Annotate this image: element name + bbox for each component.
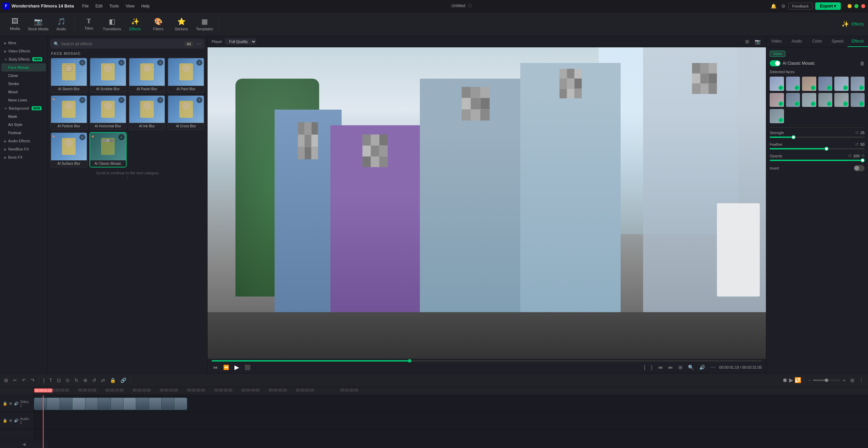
tl-lock-btn[interactable]: 🔒 [109, 377, 117, 384]
tab-effects[interactable]: Effects [848, 36, 868, 47]
panel-item-clone[interactable]: Clone [1, 71, 46, 80]
tool-stickers[interactable]: ⭐ Stickers [170, 14, 192, 34]
face-thumb-10[interactable]: ✓ [818, 93, 833, 107]
menu-view[interactable]: View [123, 3, 137, 9]
opacity-reset-btn[interactable]: ↺ [848, 154, 851, 158]
effect-ai-horizontal-blur[interactable]: AI Horizontal Blur + [89, 95, 127, 130]
section-boris-fx[interactable]: ▶ Boris FX [0, 153, 47, 161]
strength-slider-handle[interactable] [791, 135, 796, 139]
tl-menu-btn[interactable]: ⋮ [858, 377, 865, 384]
next-marker-btn[interactable]: ⏭ [667, 364, 674, 371]
menu-file[interactable]: File [79, 3, 91, 9]
face-thumb-3[interactable]: ✓ [802, 77, 816, 91]
track-lock-audio1[interactable]: 🔒 [3, 418, 7, 423]
tl-loop-btn[interactable]: 🔁 [795, 377, 801, 383]
tl-link-btn[interactable]: 🔗 [119, 377, 128, 384]
tl-fit-btn[interactable]: ⊞ [849, 377, 856, 384]
panel-item-stroke[interactable]: Stroke [1, 80, 46, 88]
tab-audio[interactable]: Audio [787, 36, 807, 47]
panel-item-face-mosaic[interactable]: Face Mosaic [1, 63, 46, 71]
feather-reset-btn[interactable]: ↺ [855, 142, 858, 147]
tab-color[interactable]: Color [807, 36, 828, 47]
effect-enable-toggle[interactable] [770, 60, 781, 66]
strength-slider[interactable] [770, 137, 865, 138]
menu-help[interactable]: Help [138, 3, 152, 9]
effect-ai-paint-blur[interactable]: AI Paint Blur + [167, 58, 204, 93]
panel-item-mask[interactable]: Mask [1, 112, 46, 121]
section-video-effects[interactable]: ▶ Video Effects [0, 47, 47, 55]
notifications-icon[interactable]: 🔔 [771, 3, 776, 9]
effect-ai-scribble-blur[interactable]: AI Scribble Blur + [89, 58, 127, 93]
tl-crop-btn[interactable]: ⊡ [55, 377, 62, 384]
tl-copy-btn[interactable]: ⊙ [64, 377, 71, 384]
minimize-button[interactable] [848, 4, 852, 8]
mark-in-btn[interactable]: { [642, 364, 647, 371]
tool-templates[interactable]: ▦ Templates [194, 14, 215, 34]
section-mine[interactable]: ▶ Mine [0, 39, 47, 47]
filter-all-btn[interactable]: All [184, 41, 194, 47]
face-thumb-9[interactable]: ✓ [802, 93, 816, 107]
section-body-effects[interactable]: ▼ Body Effects NEW [0, 55, 47, 63]
face-thumb-12[interactable]: ✓ [851, 93, 865, 107]
progress-bar[interactable] [212, 360, 762, 362]
panel-item-festival[interactable]: Festival [1, 129, 46, 137]
split-screen-btn[interactable]: ⊞ [677, 364, 684, 371]
filter-more-btn[interactable]: ⋯ [196, 41, 201, 47]
effect-ai-sketch-blur[interactable]: AI Sketch Blur + [50, 58, 87, 93]
tl-split-btn[interactable]: | [42, 377, 46, 384]
tl-add-track-btn[interactable]: ⊞ [3, 377, 10, 384]
tl-rotate-btn[interactable]: ↺ [91, 377, 98, 384]
volume-btn[interactable]: 🔊 [698, 364, 706, 371]
tl-text-btn[interactable]: T [48, 377, 54, 384]
stop-btn[interactable]: ⬛ [243, 364, 252, 371]
skip-back-btn[interactable]: ⏮ [212, 364, 219, 371]
tl-delete-btn[interactable]: ⊗ [82, 377, 89, 384]
face-thumb-1[interactable]: ✓ [770, 77, 784, 91]
tab-speed[interactable]: Speed [827, 36, 848, 47]
tl-undo-btn[interactable]: ↶ [20, 377, 27, 384]
tool-transitions[interactable]: ◧ Transitions [101, 14, 123, 34]
invert-toggle[interactable] [854, 165, 865, 171]
track-vol-audio1[interactable]: 🔊 [14, 418, 19, 423]
prev-marker-btn[interactable]: ⏮ [657, 364, 664, 371]
step-back-btn[interactable]: ⏪ [222, 364, 230, 371]
tool-media[interactable]: 🖼 Media [4, 14, 26, 34]
face-thumb-4[interactable]: ✓ [818, 77, 833, 91]
section-background[interactable]: ▼ Background NEW [0, 104, 47, 112]
panel-item-mood[interactable]: Mood [1, 88, 46, 96]
opacity-slider[interactable] [770, 160, 865, 161]
tl-play-timeline-btn[interactable]: ▶ [789, 377, 793, 383]
progress-handle[interactable] [408, 359, 411, 363]
tl-paste-btn[interactable]: ↻ [73, 377, 80, 384]
effect-ai-cross-blur[interactable]: AI Cross Blur + [167, 95, 204, 130]
video-clip-1[interactable] [34, 398, 187, 410]
delete-effect-btn[interactable]: 🗑 [860, 61, 865, 66]
effect-ai-particle-blur[interactable]: AI Particle Blur ♥ + [50, 95, 87, 130]
section-newblue-fx[interactable]: ▶ NewBlue FX [0, 145, 47, 153]
tl-flip-btn[interactable]: ⇄ [100, 377, 107, 384]
menu-tools[interactable]: Tools [107, 3, 121, 9]
face-thumb-8[interactable]: ✓ [786, 93, 800, 107]
maximize-button[interactable] [854, 4, 858, 8]
strength-reset-btn[interactable]: ↺ [855, 130, 858, 135]
tool-stock-media[interactable]: 📷 Stock Media [27, 14, 49, 34]
face-thumb-2[interactable]: ✓ [786, 77, 800, 91]
track-lock-video1[interactable]: 🔒 [3, 401, 7, 406]
track-eye-video1[interactable]: 👁 [9, 402, 13, 406]
face-thumb-5[interactable]: ✓ [834, 77, 849, 91]
zoom-btn[interactable]: 🔍 [687, 364, 695, 371]
tl-zoom-out-btn[interactable]: - [807, 377, 812, 384]
zoom-slider[interactable] [813, 380, 840, 381]
effect-ai-pastel-blur[interactable]: AI Pastel Blur + [129, 58, 166, 93]
face-thumb-7[interactable]: ✓ [770, 93, 784, 107]
feather-slider-handle[interactable] [824, 147, 829, 151]
fullscreen-preview-icon[interactable]: ⊞ [744, 38, 751, 45]
quality-select[interactable]: Full Quality 1/2 Quality 1/4 Quality [225, 38, 256, 45]
effect-ai-ink-blur[interactable]: AI Ink Blur + [129, 95, 166, 130]
tool-audio[interactable]: 🎵 Audio [50, 14, 72, 34]
tool-filters[interactable]: 🎨 Filters [147, 14, 169, 34]
section-audio-effects[interactable]: ▶ Audio Effects [0, 137, 47, 145]
settings-icon[interactable]: ⚙ [781, 3, 786, 9]
tool-titles[interactable]: T Titles [78, 14, 100, 34]
face-thumb-6[interactable]: ✓ [851, 77, 865, 91]
